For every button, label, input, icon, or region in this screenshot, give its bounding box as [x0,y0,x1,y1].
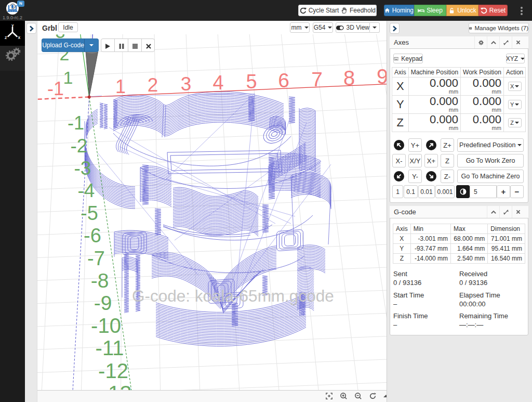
svg-text:-7: -7 [87,248,105,269]
svg-text:-6: -6 [84,225,101,247]
svg-text:8: 8 [343,67,355,89]
svg-text:-13: -13 [101,381,131,390]
svg-text:-1: -1 [68,112,84,134]
svg-text:3: 3 [181,73,192,95]
svg-text:1: 1 [63,68,73,87]
svg-text:X: X [18,36,21,40]
svg-text:2: 2 [148,74,158,96]
svg-text:-1: -1 [47,78,64,99]
svg-text:-5: -5 [81,202,98,224]
svg-text:Y: Y [11,24,14,28]
svg-text:-12: -12 [98,359,128,382]
svg-text:-9: -9 [94,292,112,314]
svg-text:-8: -8 [91,269,109,292]
svg-text:-4: -4 [78,180,95,201]
svg-text:-2: -2 [71,135,88,157]
svg-text:G-code: koala-65mm.gcode: G-code: koala-65mm.gcode [132,287,334,305]
svg-text:-3: -3 [74,158,91,179]
svg-text:6: 6 [278,69,289,92]
svg-text:7: 7 [311,68,323,90]
svg-text:5: 5 [246,71,257,93]
svg-text:-10: -10 [91,314,121,337]
svg-text:-11: -11 [96,336,124,359]
svg-text:4: 4 [212,72,223,94]
svg-text:1: 1 [115,76,126,97]
svg-text:9: 9 [377,65,387,88]
svg-text:Z: Z [5,36,7,40]
